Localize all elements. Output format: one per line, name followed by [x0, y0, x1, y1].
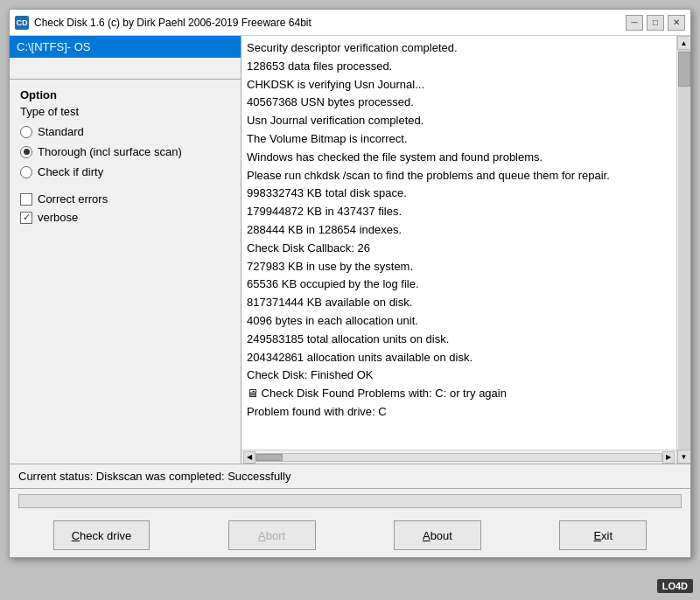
- log-wrapper: Security descriptor verification complet…: [242, 36, 690, 464]
- scroll-down-button[interactable]: ▼: [677, 450, 691, 464]
- close-button[interactable]: ✕: [668, 15, 685, 31]
- checkbox-correct[interactable]: Correct errors: [20, 192, 230, 206]
- drive-item[interactable]: C:\[NTFS]- OS: [10, 36, 241, 58]
- h-scroll-thumb[interactable]: [256, 454, 283, 461]
- log-line: 65536 KB occupied by the log file.: [247, 276, 671, 294]
- scroll-left-arrow[interactable]: ◀: [243, 451, 256, 464]
- log-line: 817371444 KB available on disk.: [247, 294, 671, 312]
- status-text: Current status: Diskscan was completed: …: [18, 470, 290, 483]
- scroll-right-arrow[interactable]: ▶: [662, 451, 675, 464]
- log-line: 4096 bytes in each allocation unit.: [247, 312, 671, 331]
- log-line: Please run chkdsk /scan to find the prob…: [247, 167, 671, 185]
- radio-dirty[interactable]: Check if dirty: [20, 165, 230, 178]
- main-content: C:\[NTFS]- OS Option Type of test Standa…: [10, 36, 690, 464]
- option-header: Option: [20, 88, 230, 101]
- log-line: 🖥 Check Disk Found Problems with: C: or …: [247, 385, 671, 403]
- log-line: 727983 KB in use by the system.: [247, 258, 671, 276]
- drive-list[interactable]: C:\[NTFS]- OS: [10, 36, 241, 80]
- scroll-up-button[interactable]: ▲: [677, 36, 691, 50]
- checkbox-verbose-input[interactable]: [20, 212, 32, 224]
- progress-bar-container: [18, 494, 682, 508]
- minimize-button[interactable]: ─: [626, 15, 643, 31]
- exit-button[interactable]: Exit: [559, 520, 647, 550]
- log-line: Problem found with drive: C: [247, 403, 671, 422]
- window-controls: ─ □ ✕: [626, 15, 685, 31]
- app-icon: CD: [15, 16, 29, 30]
- log-line: 998332743 KB total disk space.: [247, 185, 671, 203]
- main-window: CD Check Disk 1.6 (c) by Dirk Paehl 2006…: [9, 9, 691, 558]
- log-line: 179944872 KB in 437437 files.: [247, 203, 671, 221]
- status-bar: Current status: Diskscan was completed: …: [10, 464, 690, 489]
- maximize-button[interactable]: □: [647, 15, 664, 31]
- radio-thorough-input[interactable]: [20, 146, 32, 158]
- watermark: LO4D: [657, 579, 693, 593]
- log-line: The Volume Bitmap is incorrect.: [247, 130, 671, 149]
- radio-standard-input[interactable]: [20, 126, 32, 138]
- check-drive-button[interactable]: Check drive: [53, 520, 150, 550]
- log-line: Windows has checked the file system and …: [247, 149, 671, 167]
- log-line: Check Disk: Finished OK: [247, 366, 671, 385]
- v-scroll-track[interactable]: [678, 50, 690, 450]
- radio-dirty-input[interactable]: [20, 166, 32, 178]
- checkbox-group: Correct errors verbose: [20, 192, 230, 224]
- abort-button[interactable]: Abort: [228, 520, 316, 550]
- titlebar-left: CD Check Disk 1.6 (c) by Dirk Paehl 2006…: [15, 16, 312, 30]
- titlebar: CD Check Disk 1.6 (c) by Dirk Paehl 2006…: [10, 10, 690, 36]
- checkbox-verbose[interactable]: verbose: [20, 211, 230, 224]
- log-line: CHKDSK is verifying Usn Journal...: [247, 76, 671, 94]
- radio-standard[interactable]: Standard: [20, 125, 230, 138]
- log-line: 288444 KB in 128654 indexes.: [247, 221, 671, 240]
- log-line: 249583185 total allocation units on disk…: [247, 331, 671, 349]
- log-content: Security descriptor verification complet…: [242, 36, 676, 464]
- window-title: Check Disk 1.6 (c) by Dirk Paehl 2006-20…: [34, 17, 312, 29]
- log-area[interactable]: Security descriptor verification complet…: [242, 36, 676, 450]
- about-button[interactable]: About: [394, 520, 481, 550]
- v-scroll-thumb[interactable]: [678, 52, 690, 87]
- options-panel: Option Type of test Standard Thorough (i…: [10, 80, 241, 464]
- log-line: 128653 data files processed.: [247, 58, 671, 76]
- checkbox-correct-input[interactable]: [20, 193, 32, 206]
- right-panel: Security descriptor verification complet…: [242, 36, 690, 464]
- radio-thorough[interactable]: Thorough (incl surface scan): [20, 145, 230, 158]
- log-line: 204342861 allocation units available on …: [247, 349, 671, 367]
- h-scroll-track[interactable]: [256, 453, 662, 462]
- radio-group: Standard Thorough (incl surface scan) Ch…: [20, 125, 230, 178]
- button-row: Check drive Abort About Exit: [10, 513, 690, 557]
- log-line: Check Disk Callback: 26: [247, 240, 671, 258]
- log-line: Usn Journal verification completed.: [247, 112, 671, 130]
- horizontal-scrollbar[interactable]: ◀ ▶: [242, 450, 676, 464]
- log-line: Security descriptor verification complet…: [247, 39, 671, 58]
- left-panel: C:\[NTFS]- OS Option Type of test Standa…: [10, 36, 242, 464]
- vertical-scrollbar[interactable]: ▲ ▼: [676, 36, 690, 464]
- log-line: 40567368 USN bytes processed.: [247, 94, 671, 112]
- option-subheader: Type of test: [20, 105, 230, 118]
